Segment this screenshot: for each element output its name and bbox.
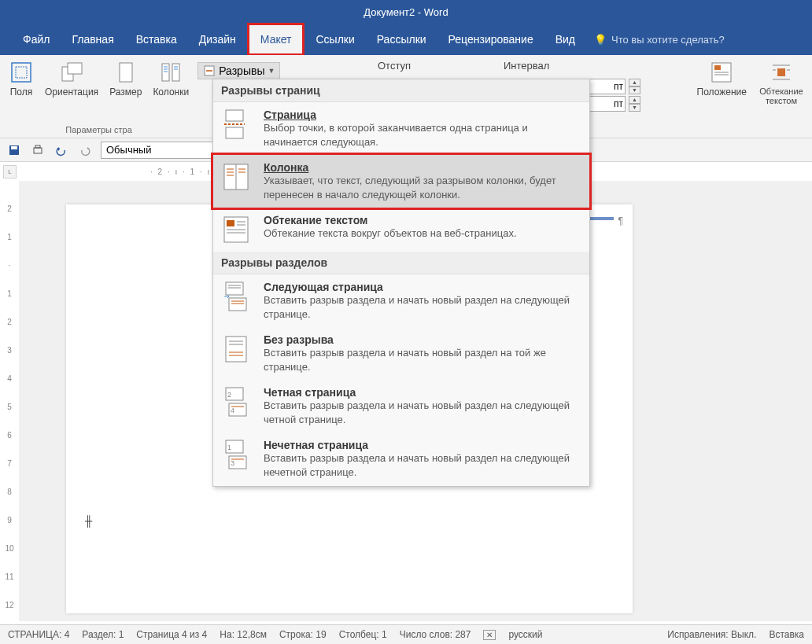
svg-rect-50 xyxy=(226,337,246,362)
status-track-changes[interactable]: Исправления: Выкл. xyxy=(667,629,756,640)
print-preview-button[interactable] xyxy=(30,142,46,158)
svg-rect-26 xyxy=(35,145,40,148)
style-value: Обычный xyxy=(106,144,151,156)
tab-references[interactable]: Ссылки xyxy=(304,25,365,53)
svg-rect-44 xyxy=(226,282,243,295)
break-evenpage-desc: Вставить разрыв раздела и начать новый р… xyxy=(264,399,581,426)
position-button[interactable]: Положение xyxy=(694,58,750,107)
status-words[interactable]: Число слов: 287 xyxy=(400,629,471,640)
break-column-desc: Указывает, что текст, следующий за разры… xyxy=(264,174,581,201)
svg-rect-25 xyxy=(34,148,42,153)
svg-rect-24 xyxy=(11,146,17,149)
tab-home[interactable]: Главная xyxy=(61,25,124,53)
columns-button[interactable]: Колонки xyxy=(149,58,192,99)
break-continuous-title: Без разрыва xyxy=(264,333,581,346)
wrap-text-button[interactable]: Обтекание текстом xyxy=(755,58,808,107)
break-column-item[interactable]: Колонка Указывает, что текст, следующий … xyxy=(213,155,589,208)
columns-icon xyxy=(158,60,183,85)
svg-rect-18 xyxy=(777,68,785,76)
svg-rect-28 xyxy=(226,110,243,121)
status-page-of[interactable]: Страница 4 из 4 xyxy=(136,629,207,640)
status-section[interactable]: Раздел: 1 xyxy=(82,629,124,640)
save-button[interactable] xyxy=(6,142,22,158)
tell-me-placeholder: Что вы хотите сделать? xyxy=(611,34,725,46)
margins-icon xyxy=(9,60,34,85)
break-page-item[interactable]: Страница Выбор точки, в которой заканчив… xyxy=(213,102,589,155)
break-oddpage-title: Нечетная страница xyxy=(264,439,581,451)
status-col[interactable]: Столбец: 1 xyxy=(339,629,387,640)
proofing-icon[interactable]: ✕ xyxy=(483,630,496,640)
status-bar: СТРАНИЦА: 4 Раздел: 1 Страница 4 из 4 На… xyxy=(0,624,812,644)
status-at[interactable]: На: 12,8см xyxy=(220,629,267,640)
svg-rect-29 xyxy=(226,127,243,138)
columns-label: Колонки xyxy=(153,86,189,98)
margins-button[interactable]: Поля xyxy=(6,58,37,99)
size-label: Размер xyxy=(109,86,142,98)
tab-file[interactable]: Файл xyxy=(12,25,61,53)
svg-rect-4 xyxy=(120,63,132,82)
position-label: Положение xyxy=(697,86,747,98)
section-breaks-header: Разрывы разделов xyxy=(213,252,589,274)
svg-text:1: 1 xyxy=(227,443,231,451)
wrap-text-icon xyxy=(769,60,794,85)
break-page-desc: Выбор точки, в которой заканчивается одн… xyxy=(264,121,581,149)
svg-rect-1 xyxy=(16,67,27,78)
lightbulb-icon: 💡 xyxy=(594,34,607,46)
pilcrow-icon: ¶ xyxy=(618,215,623,226)
svg-rect-0 xyxy=(12,63,31,82)
break-textwrap-item[interactable]: Обтекание текстом Обтекание текста вокру… xyxy=(213,208,589,252)
tab-insert[interactable]: Вставка xyxy=(125,25,188,53)
indent-header: Отступ xyxy=(378,60,496,72)
status-insert-mode[interactable]: Вставка xyxy=(769,629,804,640)
window-title: Документ2 - Word xyxy=(364,6,448,18)
position-icon xyxy=(709,60,734,85)
page-break-icon xyxy=(221,109,253,140)
spacing-before-spinner[interactable]: ▲▼ xyxy=(629,79,640,94)
status-line[interactable]: Строка: 19 xyxy=(279,629,327,640)
orientation-button[interactable]: Ориентация xyxy=(42,58,102,99)
svg-text:4: 4 xyxy=(231,407,234,414)
tab-layout[interactable]: Макет xyxy=(247,23,305,56)
undo-button[interactable] xyxy=(54,142,69,158)
break-oddpage-desc: Вставить разрыв раздела и начать новый р… xyxy=(264,451,581,479)
continuous-break-icon xyxy=(221,333,253,365)
break-textwrap-title: Обтекание текстом xyxy=(264,214,581,226)
style-selector[interactable]: Обычный xyxy=(101,142,223,159)
tab-review[interactable]: Рецензирование xyxy=(437,25,544,53)
break-oddpage-item[interactable]: 13 Нечетная страница Вставить разрыв раз… xyxy=(213,432,589,485)
break-evenpage-item[interactable]: 24 Четная страница Вставить разрыв разде… xyxy=(213,380,589,432)
ruler-vertical[interactable]: 21·12345678910111213 xyxy=(0,181,19,621)
svg-text:3: 3 xyxy=(231,459,234,467)
tab-mailings[interactable]: Рассылки xyxy=(366,25,437,53)
tab-view[interactable]: Вид xyxy=(544,25,586,53)
svg-rect-39 xyxy=(227,220,234,226)
redo-button[interactable] xyxy=(77,142,93,158)
ribbon-tabs: Файл Главная Вставка Дизайн Макет Ссылки… xyxy=(0,24,812,55)
chevron-down-icon: ▼ xyxy=(268,67,275,75)
break-nextpage-item[interactable]: Следующая страница Вставить разрыв разде… xyxy=(213,274,589,327)
spacing-after-spinner[interactable]: ▲▼ xyxy=(629,96,640,112)
margins-label: Поля xyxy=(10,86,33,98)
svg-rect-5 xyxy=(162,64,169,81)
size-icon xyxy=(113,60,138,85)
column-break-icon xyxy=(221,161,253,193)
cursor-mark: ╫ xyxy=(85,515,92,527)
break-textwrap-desc: Обтекание текста вокруг объектов на веб-… xyxy=(264,226,581,241)
orientation-icon xyxy=(59,60,84,85)
svg-rect-3 xyxy=(68,63,82,74)
svg-rect-15 xyxy=(714,65,721,70)
break-column-title: Колонка xyxy=(264,161,581,174)
interval-header: Интервал xyxy=(504,60,622,72)
size-button[interactable]: Размер xyxy=(106,58,145,99)
break-evenpage-title: Четная страница xyxy=(264,386,581,399)
wrap-text-label: Обтекание текстом xyxy=(758,86,805,105)
break-continuous-item[interactable]: Без разрыва Вставить разрыв раздела и на… xyxy=(213,327,589,380)
tab-design[interactable]: Дизайн xyxy=(188,25,247,53)
ruler-corner[interactable]: L xyxy=(3,165,17,178)
tell-me-search[interactable]: 💡 Что вы хотите сделать? xyxy=(594,34,725,46)
status-page[interactable]: СТРАНИЦА: 4 xyxy=(8,629,69,640)
status-lang[interactable]: русский xyxy=(508,629,542,640)
page-breaks-header: Разрывы страниц xyxy=(213,79,589,102)
page-setup-label: Параметры стра xyxy=(65,125,131,138)
breaks-dropdown-button[interactable]: Разрывы ▼ xyxy=(197,62,280,79)
